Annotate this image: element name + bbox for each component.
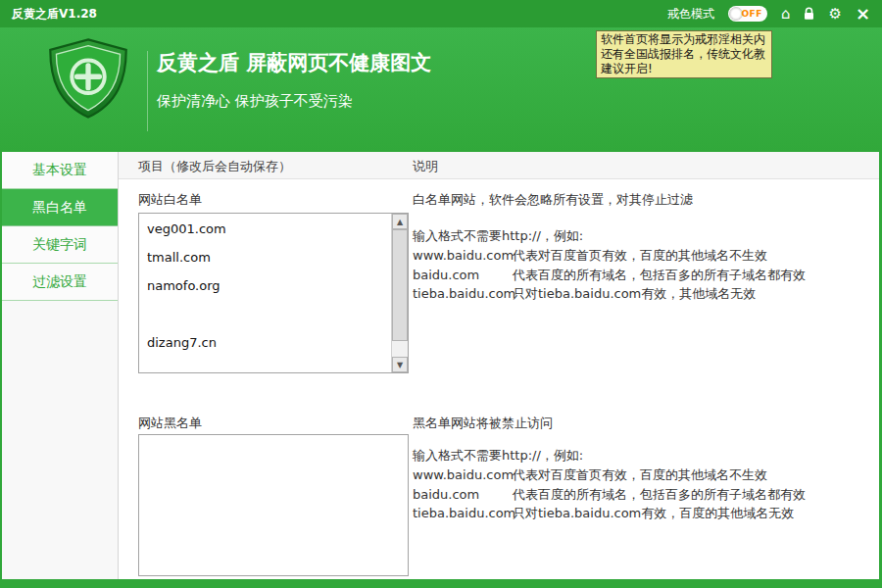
- example-domain: tieba.baidu.com: [413, 286, 513, 301]
- whitelist-entry: namofo.org: [147, 276, 391, 305]
- close-icon[interactable]: ×: [856, 5, 870, 23]
- example-desc: 代表百度的所有域名，包括百多的所有子域名都有效: [513, 268, 806, 282]
- app-title: 反黄之盾V1.28: [12, 6, 97, 23]
- whitelist-entry: veg001.com: [147, 220, 391, 248]
- scrollbar-thumb[interactable]: [392, 229, 408, 341]
- whitelist-example-row: tieba.baidu.com只对tieba.baidu.com有效，其他域名无…: [413, 285, 756, 303]
- sidebar-item-basic-settings[interactable]: 基本设置: [2, 152, 118, 189]
- whitelist-entries: veg001.com tmall.com namofo.org dizang7.…: [139, 214, 391, 372]
- whitelist-listbox[interactable]: veg001.com tmall.com namofo.org dizang7.…: [138, 213, 409, 373]
- body-area: 基本设置 黑白名单 关键字词 过滤设置 项目（修改后会自动保存） 说明 网站白名…: [2, 152, 879, 579]
- main-panel: 项目（修改后会自动保存） 说明 网站白名单 veg001.com tmall.c…: [119, 152, 879, 579]
- scroll-up-icon[interactable]: ▲: [392, 214, 408, 229]
- gear-icon[interactable]: ⚙: [828, 7, 841, 22]
- tooltip-line: 软件首页将显示为戒邪淫相关内: [601, 32, 767, 47]
- blacklist-label: 网站黑名单: [138, 415, 202, 432]
- sidebar-item-filter-settings[interactable]: 过滤设置: [2, 264, 118, 301]
- example-desc: 只对tieba.baidu.com有效，百度的其他域名无效: [513, 506, 794, 520]
- whitelist-example-row: www.baidu.com代表对百度首页有效，百度的其他域名不生效: [413, 247, 767, 265]
- titlebar: 反黄之盾V1.28 戒色模式 OFF ⌂ ⚙ ×: [0, 0, 882, 27]
- example-desc: 只对tieba.baidu.com有效，其他域名无效: [513, 286, 756, 301]
- whitelist-entry: tmall.com: [147, 248, 391, 276]
- mode-toggle[interactable]: OFF: [728, 6, 767, 22]
- titlebar-controls: 戒色模式 OFF ⌂ ⚙ ×: [667, 5, 870, 23]
- app-window: 反黄之盾V1.28 戒色模式 OFF ⌂ ⚙ ×: [0, 0, 882, 588]
- scroll-down-icon[interactable]: ▼: [392, 357, 408, 372]
- whitelist-scrollbar[interactable]: ▲ ▼: [391, 214, 408, 372]
- header-banner: 反黄之盾 屏蔽网页不健康图文 保护清净心 保护孩子不受污染 软件首页将显示为戒邪…: [0, 27, 882, 152]
- example-domain: baidu.com: [413, 487, 513, 502]
- whitelist-example-row: baidu.com代表百度的所有域名，包括百多的所有子域名都有效: [413, 267, 806, 284]
- whitelist-description: 白名单网站，软件会忽略所有设置，对其停止过滤: [413, 191, 693, 209]
- header-subtitle: 保护清净心 保护孩子不受污染: [157, 92, 353, 111]
- sidebar-item-keywords[interactable]: 关键字词: [2, 226, 118, 264]
- whitelist-entry: [147, 305, 391, 333]
- header-divider: [147, 51, 148, 131]
- sidebar-item-black-white-list[interactable]: 黑白名单: [2, 189, 118, 226]
- description-column-header: 说明: [413, 158, 438, 175]
- whitelist-label: 网站白名单: [138, 191, 202, 209]
- example-domain: www.baidu.com: [413, 467, 513, 482]
- mode-tooltip: 软件首页将显示为戒邪淫相关内 还有全国战报排名，传统文化教 建议开启!: [596, 30, 772, 78]
- blacklist-listbox[interactable]: [138, 434, 409, 576]
- home-icon[interactable]: ⌂: [781, 7, 791, 22]
- example-domain: tieba.baidu.com: [413, 506, 513, 520]
- blacklist-example-row: www.baidu.com代表对百度首页有效，百度的其他域名不生效: [413, 466, 767, 484]
- tooltip-line: 还有全国战报排名，传统文化教: [601, 47, 767, 62]
- example-domain: baidu.com: [413, 268, 513, 282]
- whitelist-entry: dizang7.cn: [147, 333, 391, 362]
- columns-header: 项目（修改后会自动保存） 说明: [119, 152, 879, 179]
- items-column-header: 项目（修改后会自动保存）: [138, 158, 291, 175]
- example-desc: 代表百度的所有域名，包括百多的所有子域名都有效: [513, 487, 806, 502]
- lock-icon[interactable]: [804, 7, 814, 21]
- shield-logo-icon: [45, 37, 131, 123]
- tooltip-line: 建议开启!: [601, 62, 767, 76]
- blacklist-description: 黑名单网站将被禁止访问: [413, 415, 553, 432]
- sidebar: 基本设置 黑白名单 关键字词 过滤设置: [2, 152, 119, 579]
- toggle-state-label: OFF: [741, 9, 761, 19]
- header-title: 反黄之盾 屏蔽网页不健康图文: [157, 49, 431, 76]
- blacklist-example-row: tieba.baidu.com只对tieba.baidu.com有效，百度的其他…: [413, 505, 794, 522]
- example-desc: 代表对百度首页有效，百度的其他域名不生效: [513, 248, 767, 263]
- blacklist-format-hint: 输入格式不需要http://，例如:: [413, 447, 583, 465]
- blacklist-example-row: baidu.com代表百度的所有域名，包括百多的所有子域名都有效: [413, 486, 806, 504]
- example-domain: www.baidu.com: [413, 248, 513, 263]
- mode-label: 戒色模式: [667, 6, 714, 23]
- whitelist-format-hint: 输入格式不需要http://，例如:: [413, 227, 583, 245]
- example-desc: 代表对百度首页有效，百度的其他域名不生效: [513, 467, 767, 482]
